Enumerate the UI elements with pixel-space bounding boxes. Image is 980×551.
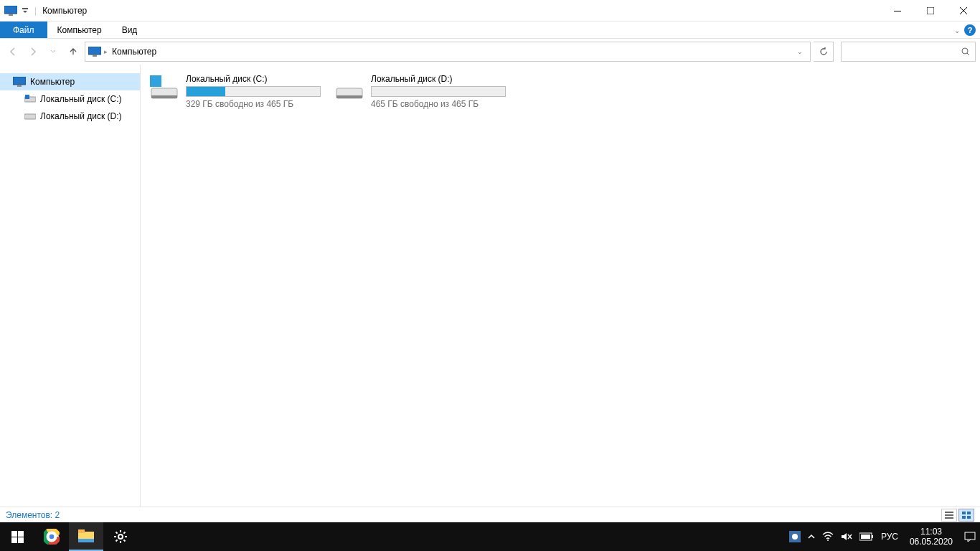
svg-rect-12: [24, 114, 36, 119]
view-details-button[interactable]: [941, 509, 957, 522]
svg-rect-5: [88, 47, 101, 55]
svg-point-33: [49, 534, 55, 540]
sidebar-item-drive-c[interactable]: Локальный диск (C:): [0, 90, 140, 108]
clock-time: 11:03: [910, 527, 953, 537]
usage-bar: [371, 86, 506, 97]
drive-free-text: 329 ГБ свободно из 465 ГБ: [186, 99, 324, 109]
svg-rect-18: [945, 512, 953, 513]
usage-fill: [187, 87, 225, 96]
ribbon-expand-icon[interactable]: ⌄: [954, 27, 960, 34]
svg-rect-28: [18, 537, 24, 543]
svg-rect-21: [962, 512, 966, 514]
refresh-button[interactable]: [814, 42, 834, 62]
qat-dropdown-icon[interactable]: [19, 7, 32, 14]
tab-file[interactable]: Файл: [0, 22, 47, 38]
titlebar-separator: |: [34, 6, 37, 16]
drive-icon: [24, 112, 36, 121]
sidebar-item-label: Локальный диск (C:): [40, 94, 122, 104]
svg-rect-3: [894, 11, 901, 11]
start-button[interactable]: [0, 522, 34, 551]
svg-rect-4: [927, 7, 934, 14]
sidebar-item-label: Компьютер: [30, 77, 75, 87]
drive-icon: [149, 74, 180, 103]
svg-rect-36: [78, 539, 94, 542]
close-button[interactable]: [947, 0, 980, 22]
svg-rect-20: [945, 517, 953, 519]
wifi-icon[interactable]: [822, 532, 834, 542]
svg-rect-35: [78, 529, 85, 533]
status-bar: Элементов: 2: [0, 507, 980, 522]
drive-icon: [334, 74, 365, 103]
recent-dropdown-icon[interactable]: [44, 43, 62, 60]
svg-rect-43: [861, 534, 870, 539]
battery-icon[interactable]: [859, 532, 874, 541]
svg-rect-44: [965, 532, 975, 540]
language-indicator[interactable]: РУС: [881, 532, 898, 542]
taskbar-settings[interactable]: [103, 522, 138, 551]
sidebar-item-label: Локальный диск (D:): [40, 111, 122, 121]
clock-date: 06.05.2020: [910, 537, 953, 547]
help-icon[interactable]: ?: [964, 24, 976, 36]
breadcrumb-root[interactable]: Компьютер: [110, 47, 158, 57]
drive-tile-d[interactable]: Локальный диск (D:) 465 ГБ свободно из 4…: [331, 72, 511, 111]
svg-rect-22: [967, 512, 971, 514]
svg-rect-6: [93, 55, 97, 57]
svg-rect-17: [336, 95, 362, 98]
svg-rect-19: [945, 514, 953, 516]
svg-point-7: [962, 48, 968, 54]
svg-point-39: [792, 534, 798, 540]
computer-icon: [13, 77, 26, 87]
tab-computer[interactable]: Компьютер: [47, 22, 112, 38]
sidebar-item-drive-d[interactable]: Локальный диск (D:): [0, 108, 140, 125]
svg-rect-23: [962, 516, 966, 519]
sidebar: Компьютер Локальный диск (C:) Локальный …: [0, 65, 141, 507]
drive-icon: [24, 95, 36, 103]
svg-rect-27: [11, 537, 17, 543]
svg-rect-42: [872, 535, 873, 538]
computer-icon: [88, 47, 101, 57]
svg-rect-2: [22, 8, 28, 9]
ribbon: Файл Компьютер Вид ⌄ ?: [0, 22, 980, 39]
drive-name: Локальный диск (D:): [371, 74, 509, 84]
search-icon: [961, 47, 971, 57]
content-area: Локальный диск (C:) 329 ГБ свободно из 4…: [141, 65, 980, 507]
up-button[interactable]: [65, 43, 82, 60]
svg-point-37: [118, 534, 123, 539]
address-dropdown-icon[interactable]: ⌄: [793, 48, 807, 55]
status-text: Элементов: 2: [6, 510, 60, 520]
svg-rect-15: [151, 95, 177, 98]
back-button[interactable]: [4, 43, 22, 60]
taskbar: РУС 11:03 06.05.2020: [0, 522, 980, 551]
svg-point-40: [827, 540, 829, 541]
sidebar-item-computer[interactable]: Компьютер: [0, 73, 140, 90]
svg-rect-8: [13, 77, 26, 85]
tab-view[interactable]: Вид: [112, 22, 148, 38]
svg-rect-9: [17, 85, 22, 87]
forward-button[interactable]: [24, 43, 42, 60]
svg-rect-0: [4, 6, 17, 14]
app-icon: [3, 3, 19, 19]
search-input[interactable]: [841, 42, 976, 62]
svg-rect-25: [11, 531, 17, 537]
view-tiles-button[interactable]: [958, 509, 974, 522]
taskbar-explorer[interactable]: [69, 522, 103, 551]
tray-overflow-icon[interactable]: [808, 533, 815, 540]
tray-app-icon[interactable]: [789, 531, 801, 542]
taskbar-chrome[interactable]: [34, 522, 69, 551]
action-center-icon[interactable]: [964, 531, 976, 542]
address-bar[interactable]: ▸ Компьютер ⌄: [85, 42, 811, 62]
breadcrumb-separator-icon: ▸: [104, 48, 108, 55]
maximize-button[interactable]: [914, 0, 947, 22]
clock[interactable]: 11:03 06.05.2020: [905, 527, 957, 547]
svg-rect-13: [150, 75, 161, 87]
volume-muted-icon[interactable]: [841, 532, 852, 542]
svg-rect-1: [9, 14, 13, 16]
window-title: Компьютер: [42, 6, 87, 16]
drive-tile-c[interactable]: Локальный диск (C:) 329 ГБ свободно из 4…: [146, 72, 326, 111]
svg-rect-24: [967, 516, 971, 519]
system-tray: РУС 11:03 06.05.2020: [785, 527, 980, 547]
usage-bar: [186, 86, 321, 97]
minimize-button[interactable]: [881, 0, 914, 22]
titlebar: | Компьютер: [0, 0, 980, 22]
nav-row: ▸ Компьютер ⌄: [0, 39, 980, 65]
